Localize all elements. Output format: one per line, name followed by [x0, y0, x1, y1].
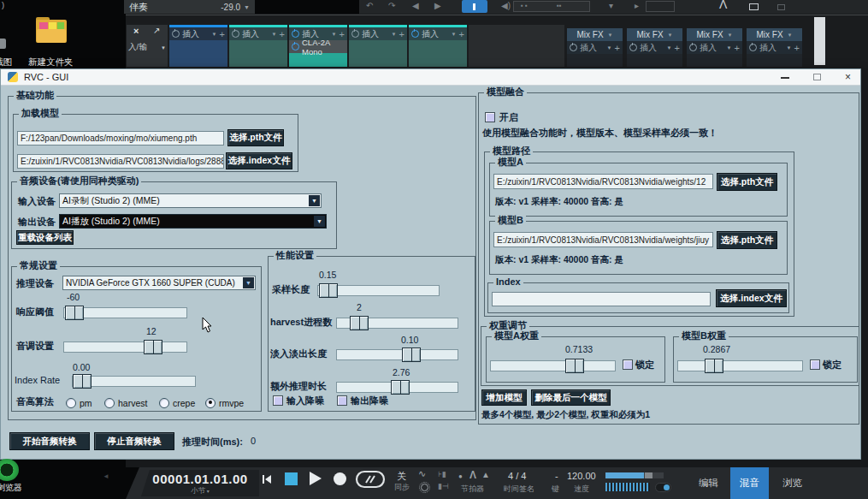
weight-a-lock-checkbox[interactable]: [623, 359, 633, 370]
metronome-volume-icon[interactable]: ▲: [481, 470, 490, 479]
active-tool-button[interactable]: [462, 0, 487, 13]
weight-b-slider[interactable]: [677, 360, 803, 371]
io-selector[interactable]: 入/输 ▼: [127, 41, 168, 54]
algo-option-pm[interactable]: pm: [66, 395, 92, 410]
chevron-down-icon[interactable]: ▼: [608, 33, 613, 38]
stop-button[interactable]: [285, 472, 298, 485]
insert-slot-label[interactable]: 插入: [362, 28, 379, 40]
maximize-button[interactable]: [813, 74, 821, 80]
chevron-down-icon[interactable]: ▼: [452, 32, 457, 37]
plugin-name[interactable]: CLA-2A Mono: [302, 38, 345, 56]
input-denoise-checkbox[interactable]: [273, 395, 283, 406]
reload-devices-button[interactable]: 重载设备列表: [16, 230, 74, 245]
extra-time-handle[interactable]: [391, 380, 410, 395]
chevron-down-icon[interactable]: ▼: [728, 33, 733, 38]
sample-length-handle[interactable]: [319, 283, 338, 298]
track-dropdown-icon[interactable]: ▼: [244, 4, 250, 10]
dropdown-icon[interactable]: ▼: [314, 216, 325, 227]
power-icon[interactable]: [292, 43, 299, 50]
add-insert-icon[interactable]: +: [794, 43, 800, 53]
delete-last-model-button[interactable]: 删除最后一个模型: [531, 389, 611, 406]
tempo-value[interactable]: 120.00: [567, 471, 596, 481]
minimize-button[interactable]: [781, 77, 789, 79]
speaker-icon[interactable]: ◀): [501, 1, 511, 10]
output-device-select[interactable]: AI播放 (Studio 2) (MME) ▼: [59, 214, 327, 229]
meter-toggle[interactable]: [655, 483, 671, 492]
select-pth-button[interactable]: 选择.pth文件: [227, 129, 284, 146]
add-insert-icon[interactable]: +: [220, 29, 225, 39]
settings-gear-icon[interactable]: [421, 484, 428, 491]
index-path-field[interactable]: E:/zuixin/1/RVC0813Nvidia/RVC0813Nvidia/…: [17, 154, 224, 169]
algo-option-harvest[interactable]: harvest: [104, 395, 147, 410]
select-index-button[interactable]: 选择.index文件: [226, 152, 292, 169]
tool-left-icon[interactable]: ◀: [412, 1, 419, 10]
threshold-slider-handle[interactable]: [65, 306, 84, 320]
toolbar-group[interactable]: ▪ ▪ ▪▪: [513, 1, 590, 12]
add-insert-icon[interactable]: +: [399, 29, 404, 39]
track-db-value[interactable]: -29.0: [221, 3, 240, 12]
pitch-slider-handle[interactable]: [144, 340, 162, 354]
chevron-down-icon[interactable]: ▼: [392, 32, 397, 37]
mixer-channel-4[interactable]: 插入 ▼ +: [349, 25, 407, 67]
sample-length-slider[interactable]: [317, 285, 440, 296]
mixfx-strip-2[interactable]: Mix FX▼ 插入▼+: [627, 28, 682, 67]
input-device-select[interactable]: AI录制 (Studio 2) (MME) ▼: [59, 193, 322, 208]
punch-out-icon[interactable]: ▮⊣: [438, 482, 449, 490]
play-button[interactable]: [310, 472, 322, 485]
redo-icon[interactable]: ↷: [388, 1, 395, 10]
inference-device-select[interactable]: NVIDIA GeForce GTX 1660 SUPER (CUDA) ▼: [62, 276, 256, 290]
punch-in-icon[interactable]: ⊦▮: [438, 470, 446, 478]
mixfx-strip-3[interactable]: Mix FX▼ 插入▼+: [687, 28, 742, 67]
mixer-scrollbar[interactable]: [814, 17, 825, 65]
dropdown-icon[interactable]: ▼: [309, 195, 320, 206]
model-b-select-button[interactable]: 选择.pth文件: [717, 231, 777, 249]
index-rate-slider-handle[interactable]: [73, 374, 92, 389]
add-insert-icon[interactable]: +: [615, 43, 620, 53]
insert-slot-label[interactable]: 插入: [182, 28, 199, 40]
start-conversion-button[interactable]: 开始音频转换: [9, 432, 90, 450]
power-icon[interactable]: [570, 44, 577, 51]
threshold-slider[interactable]: [63, 307, 187, 318]
browser-app-icon[interactable]: [0, 459, 19, 481]
weight-b-lock-checkbox[interactable]: [810, 359, 820, 370]
chevron-down-icon[interactable]: ▼: [727, 45, 732, 50]
power-icon[interactable]: [411, 30, 419, 38]
harvest-procs-handle[interactable]: [350, 316, 369, 330]
close-button[interactable]: ×: [845, 71, 851, 83]
metronome-icon[interactable]: Λ: [469, 469, 476, 481]
dropdown-icon[interactable]: ▼: [243, 277, 254, 288]
power-icon[interactable]: [629, 44, 637, 51]
radio-icon[interactable]: [159, 398, 169, 408]
power-icon[interactable]: [749, 44, 757, 51]
radio-icon[interactable]: [104, 398, 115, 408]
loop-button[interactable]: [355, 470, 386, 489]
time-value[interactable]: 00001.01.01.00: [141, 472, 259, 486]
model-a-select-button[interactable]: 选择.pth文件: [717, 173, 777, 191]
pitch-slider[interactable]: [63, 342, 187, 353]
new-folder-icon[interactable]: [36, 17, 67, 43]
toolbar-misc-icon[interactable]: ▾: [609, 1, 613, 10]
window-icon-dim[interactable]: [777, 4, 785, 10]
weight-a-slider[interactable]: [490, 360, 616, 371]
add-insert-icon[interactable]: +: [735, 43, 740, 53]
tool-right-icon[interactable]: ▶: [434, 1, 441, 10]
track-header[interactable]: 伴奏 -29.0 ▼: [124, 0, 255, 14]
power-icon[interactable]: [689, 44, 697, 51]
pth-path-field[interactable]: F:/123pan/Downloads/moxing/mo/xiumeng.pt…: [17, 131, 224, 146]
insert-slot-label[interactable]: 插入: [422, 28, 439, 40]
algo-option-rmvpe[interactable]: rmvpe: [205, 395, 244, 410]
record-button[interactable]: [334, 472, 346, 485]
mixer-channel-5[interactable]: 插入 ▼ +: [409, 25, 467, 67]
weight-a-handle[interactable]: [565, 359, 584, 373]
chevron-down-icon[interactable]: ▼: [667, 45, 672, 50]
chevron-down-icon[interactable]: ▼: [332, 32, 337, 37]
edit-view-button[interactable]: 编辑: [689, 467, 728, 499]
sync-state[interactable]: 关: [397, 470, 406, 483]
mixer-channel-2[interactable]: 插入 ▼ +: [229, 25, 287, 67]
harvest-procs-slider[interactable]: [336, 318, 458, 329]
desktop-icon-partial[interactable]: [0, 39, 6, 49]
power-icon[interactable]: [351, 30, 359, 38]
chevron-down-icon[interactable]: ▼: [272, 32, 277, 37]
fade-length-handle[interactable]: [402, 348, 421, 362]
model-b-path-field[interactable]: E:/zuixin/1/RVC0813Nvidia/RVC0813Nvidia/…: [493, 232, 713, 247]
